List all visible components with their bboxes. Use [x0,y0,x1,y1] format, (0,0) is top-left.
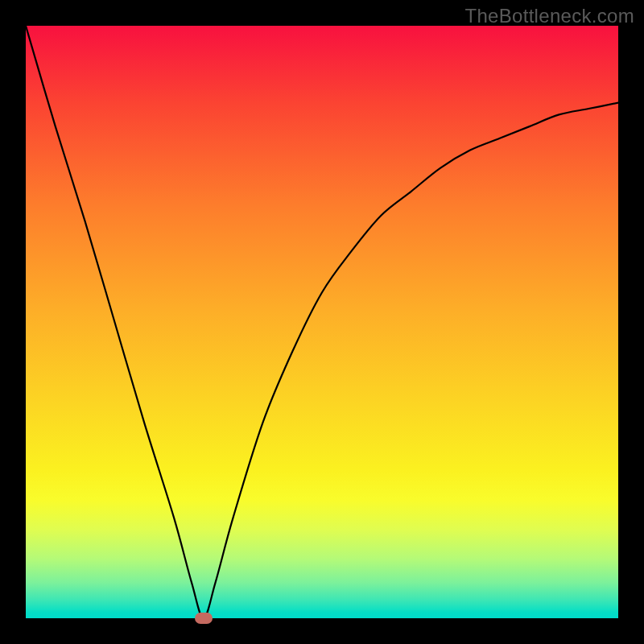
chart-frame: TheBottleneck.com [0,0,644,644]
optimum-marker [195,613,213,624]
bottleneck-curve [26,26,618,618]
watermark-text: TheBottleneck.com [464,5,634,27]
plot-area [26,26,618,618]
